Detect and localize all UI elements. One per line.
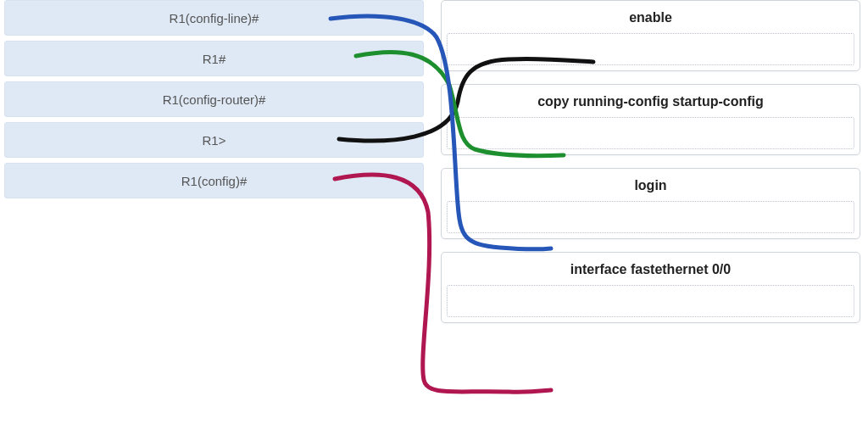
right-commands-column: enable copy running-config startup-confi… — [441, 0, 860, 336]
prompt-config-line[interactable]: R1(config-line)# — [4, 0, 424, 36]
command-card-interface-fa00: interface fastethernet 0/0 — [441, 252, 860, 323]
command-card-copy-run-start: copy running-config startup-config — [441, 84, 860, 155]
command-card-enable: enable — [441, 0, 860, 71]
prompt-label: R1(config-router)# — [163, 92, 266, 107]
command-label: enable — [442, 1, 860, 33]
prompt-privileged-exec[interactable]: R1# — [4, 41, 424, 76]
drop-zone-enable[interactable] — [447, 33, 854, 65]
prompt-user-exec[interactable]: R1> — [4, 122, 424, 158]
prompt-label: R1> — [203, 133, 226, 148]
prompt-label: R1# — [203, 52, 226, 66]
prompt-global-config[interactable]: R1(config)# — [4, 163, 424, 198]
command-label: interface fastethernet 0/0 — [442, 253, 860, 285]
drop-zone-copy-run-start[interactable] — [447, 117, 854, 149]
command-label: login — [442, 169, 860, 201]
prompt-label: R1(config-line)# — [170, 11, 259, 25]
drop-zone-interface-fa00[interactable] — [447, 285, 854, 317]
left-prompts-column: R1(config-line)# R1# R1(config-router)# … — [4, 0, 424, 204]
drop-zone-login[interactable] — [447, 201, 854, 233]
command-card-login: login — [441, 168, 860, 239]
prompt-label: R1(config)# — [181, 174, 248, 188]
command-label: copy running-config startup-config — [442, 85, 860, 117]
prompt-config-router[interactable]: R1(config-router)# — [4, 81, 424, 117]
